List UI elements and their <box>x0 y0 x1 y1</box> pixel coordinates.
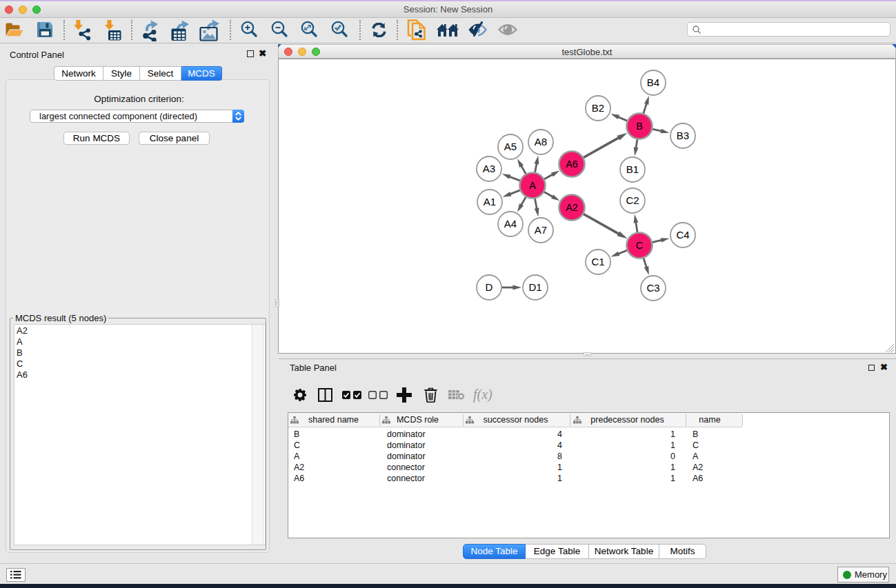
svg-text:B4: B4 <box>647 77 659 88</box>
svg-text:A6: A6 <box>566 159 578 170</box>
svg-text:D: D <box>486 281 493 293</box>
svg-text:C3: C3 <box>646 282 659 294</box>
svg-text:C: C <box>636 240 643 251</box>
svg-text:B: B <box>636 121 643 132</box>
svg-text:A7: A7 <box>535 224 547 236</box>
svg-text:A3: A3 <box>483 163 495 174</box>
svg-text:A4: A4 <box>504 218 517 230</box>
svg-text:A: A <box>529 180 536 191</box>
svg-text:B2: B2 <box>592 102 604 114</box>
svg-text:C1: C1 <box>591 256 604 267</box>
svg-text:A1: A1 <box>484 196 496 207</box>
svg-text:C2: C2 <box>626 194 639 206</box>
svg-text:D1: D1 <box>528 281 541 293</box>
svg-text:A8: A8 <box>535 136 547 148</box>
svg-text:B1: B1 <box>626 163 639 175</box>
svg-text:C4: C4 <box>676 229 689 241</box>
svg-text:B3: B3 <box>677 130 689 141</box>
svg-text:A2: A2 <box>566 202 578 213</box>
svg-text:A5: A5 <box>504 141 517 152</box>
